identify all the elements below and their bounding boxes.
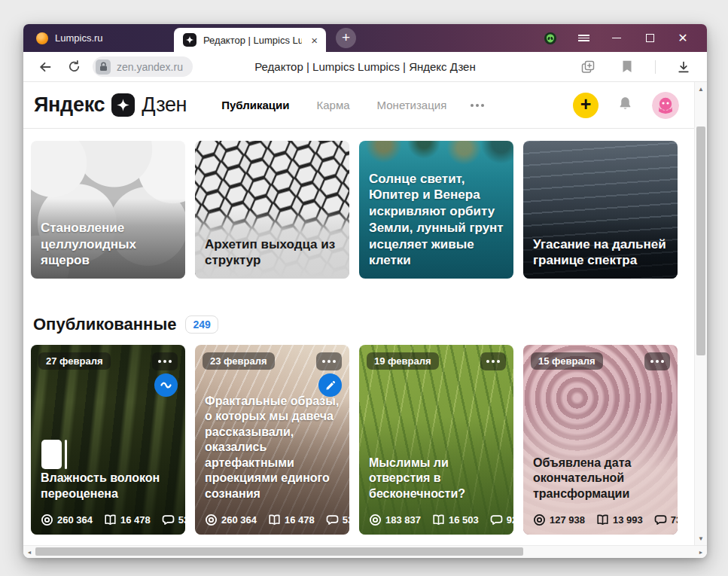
browser-tab-bar: Lumpics.ru Редактор | Lumpics Lum × + — [23, 24, 707, 52]
feed-card[interactable]: Становление целлулоидных ящеров — [31, 141, 185, 279]
published-row: 27 февраля Влажность волокон переоценена… — [31, 345, 694, 535]
reads-icon — [596, 514, 609, 526]
reads-stat: 16 478 — [268, 514, 315, 526]
new-tab-button[interactable]: + — [336, 28, 356, 48]
post-menu-button[interactable] — [480, 352, 506, 370]
views-stat: 260 364 — [205, 514, 257, 526]
toolbar-actions — [577, 56, 695, 78]
tab-close-icon[interactable]: × — [309, 35, 320, 46]
tab-zen-editor[interactable]: Редактор | Lumpics Lum × — [174, 28, 326, 52]
published-heading: Опубликованные — [33, 315, 176, 334]
nav-karma[interactable]: Карма — [317, 99, 350, 111]
zen-star-icon — [111, 93, 135, 117]
post-stats: 183 837 16 503 92 — [369, 514, 510, 526]
feed-card[interactable]: Архетип выходца из структур — [195, 141, 349, 279]
page-title: Редактор | Lumpics Lumpics | Яндекс Дзен — [144, 60, 586, 73]
card-title: Архетип выходца из структур — [205, 236, 341, 270]
refresh-icon — [67, 59, 81, 74]
views-icon — [369, 514, 382, 526]
user-avatar[interactable] — [652, 92, 679, 119]
brand-zen: Дзен — [142, 93, 187, 117]
post-stats: 260 364 16 478 532 — [205, 514, 346, 526]
vertical-scroll-thumb[interactable] — [696, 126, 705, 355]
window-controls: ✕ — [534, 24, 707, 52]
browser-profile-avatar[interactable] — [534, 24, 567, 52]
reads-stat: 16 478 — [104, 514, 151, 526]
bell-icon — [617, 96, 633, 111]
download-icon — [677, 60, 690, 74]
zen-header: Яндекс Дзен Публикации Карма Монетизация… — [23, 82, 694, 129]
published-count-badge: 249 — [185, 315, 218, 334]
post-title: Фрактальные образы, о которых мы давеча … — [205, 394, 341, 501]
minimize-button[interactable] — [600, 24, 633, 52]
post-card[interactable]: 23 февраля Фрактальные образы, о которых… — [195, 345, 349, 535]
post-stats: 260 364 16 478 532 — [41, 514, 182, 526]
vertical-scrollbar[interactable]: ▲ ▼ — [694, 82, 707, 545]
post-menu-button[interactable] — [316, 352, 342, 370]
copy-tab-icon — [580, 59, 595, 75]
post-card[interactable]: 19 февраля Мыслимы ли отверстия в бескон… — [359, 345, 513, 535]
plus-icon: + — [580, 95, 592, 114]
reads-stat: 13 993 — [596, 514, 643, 526]
comments-icon — [654, 514, 667, 526]
post-menu-button[interactable] — [644, 352, 670, 370]
scroll-up-icon[interactable]: ▲ — [695, 84, 707, 94]
notifications-button[interactable] — [617, 96, 633, 114]
post-date-badge: 19 февраля — [367, 352, 439, 370]
browser-menu-icon[interactable] — [567, 24, 600, 52]
comments-stat: 73 — [654, 514, 678, 526]
views-icon — [41, 514, 53, 526]
maximize-button[interactable] — [633, 24, 666, 52]
url-text: zen.yandex.ru — [117, 61, 183, 73]
post-card[interactable]: 15 февраля Объявлена дата окончательной … — [523, 345, 678, 535]
published-section-header: Опубликованные 249 — [33, 313, 694, 336]
tab-lumpics[interactable]: Lumpics.ru — [23, 24, 174, 52]
feed-card[interactable]: Угасание на дальней границе спектра — [523, 141, 678, 279]
duplicate-tab-button[interactable] — [577, 56, 599, 78]
comments-icon — [162, 514, 175, 526]
feed-row-top: Становление целлулоидных ящеров Архетип … — [31, 141, 694, 279]
scroll-left-icon[interactable]: ◄ — [24, 546, 35, 558]
reads-icon — [104, 514, 117, 526]
scroll-right-icon[interactable]: ► — [696, 546, 706, 558]
create-post-button[interactable]: + — [573, 93, 599, 118]
post-card[interactable]: 27 февраля Влажность волокон переоценена… — [31, 345, 185, 535]
nav-more-icon[interactable] — [471, 104, 484, 107]
post-format-icon — [41, 440, 67, 469]
feed-card[interactable]: Солнце светит, Юпитер и Венера искривляю… — [359, 141, 513, 279]
browser-toolbar: zen.yandex.ru Редактор | Lumpics Lumpics… — [23, 52, 707, 82]
browser-window: Lumpics.ru Редактор | Lumpics Lum × + — [23, 24, 707, 558]
horizontal-scroll-thumb[interactable] — [35, 547, 523, 556]
post-status-wave-icon[interactable] — [154, 373, 178, 397]
plus-icon: + — [342, 30, 350, 44]
comments-stat: 92 — [490, 514, 513, 526]
scroll-down-icon[interactable]: ▼ — [695, 533, 707, 544]
address-bar[interactable]: zen.yandex.ru — [93, 56, 193, 77]
octopus-avatar-icon — [652, 92, 679, 119]
zen-page: Яндекс Дзен Публикации Карма Монетизация… — [23, 82, 694, 545]
nav-monetization[interactable]: Монетизация — [377, 99, 447, 111]
back-button[interactable] — [34, 56, 56, 78]
refresh-button[interactable] — [62, 56, 85, 78]
comments-stat: 532 — [162, 514, 185, 526]
tab-title: Редактор | Lumpics Lum — [203, 35, 302, 46]
views-stat: 127 938 — [533, 514, 585, 526]
minimize-icon — [612, 38, 621, 39]
comments-stat: 532 — [326, 514, 349, 526]
pencil-icon — [325, 380, 336, 391]
brand-yandex: Яндекс — [34, 93, 105, 117]
zen-logo[interactable]: Яндекс Дзен — [34, 93, 187, 117]
post-status-edit-icon[interactable] — [318, 373, 342, 397]
post-menu-button[interactable] — [152, 352, 178, 370]
downloads-button[interactable] — [672, 56, 695, 78]
lock-icon[interactable] — [96, 59, 111, 75]
bookmark-button[interactable] — [616, 56, 638, 78]
card-shade — [359, 345, 513, 535]
nav-publications[interactable]: Публикации — [221, 99, 289, 111]
horizontal-scrollbar[interactable]: ◄ ► — [23, 545, 707, 558]
views-icon — [533, 514, 546, 526]
close-button[interactable]: ✕ — [666, 24, 699, 52]
post-date-badge: 27 февраля — [38, 352, 111, 370]
views-stat: 183 837 — [369, 514, 421, 526]
card-title: Становление целлулоидных ящеров — [41, 220, 177, 269]
